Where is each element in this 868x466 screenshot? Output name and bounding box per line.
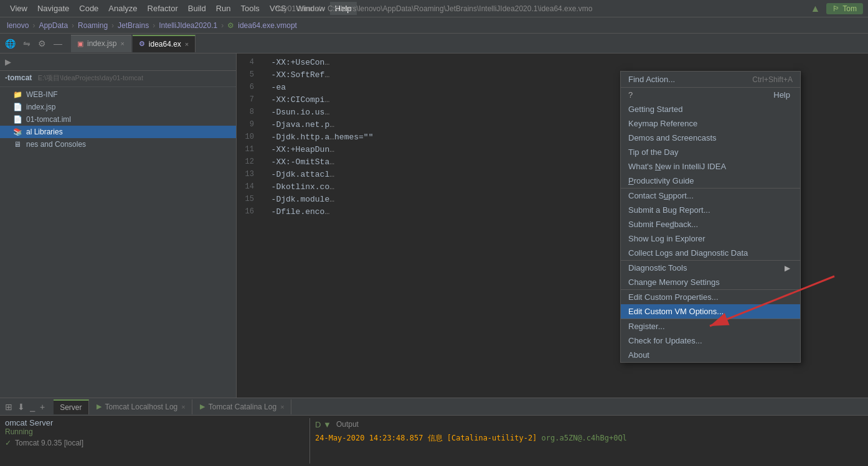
menu-view[interactable]: View — [5, 2, 32, 15]
user-badge[interactable]: 🏳 Tom — [826, 3, 863, 14]
menu-item-getting-started[interactable]: Getting Started — [621, 102, 800, 116]
server-status: Running — [5, 427, 304, 436]
menu-item-vm-options[interactable]: Edit Custom VM Options... — [621, 304, 800, 319]
bug-label: Submit a Bug Report... — [628, 205, 710, 215]
menu-item-whats-new[interactable]: What's New in IntelliJ IDEA — [621, 159, 800, 174]
menu-item-collect[interactable]: Collect Logs and Diagnostic Data — [621, 246, 800, 261]
bottom-icon-add[interactable]: + — [40, 402, 45, 412]
about-label: About — [628, 350, 649, 360]
tab-idea64[interactable]: ⚙ idea64.ex × — [133, 35, 196, 52]
sidebar-icon: ▶ — [5, 57, 11, 67]
sidebar-item-webinf[interactable]: 📁 WEB-INF — [0, 88, 236, 101]
bc-roaming[interactable]: Roaming — [78, 21, 108, 30]
tab-close-index[interactable]: × — [120, 40, 124, 47]
tab-icon-split[interactable]: ⇋ — [21, 37, 33, 50]
menu-code[interactable]: Code — [74, 2, 103, 15]
menu-item-about[interactable]: About — [621, 348, 800, 362]
vm-options-label: Edit Custom VM Options... — [628, 307, 724, 316]
bc-intellij[interactable]: IntelliJIdea2020.1 — [159, 21, 217, 30]
menu-item-tip[interactable]: Tip of the Day — [621, 145, 800, 159]
menu-item-demos[interactable]: Demos and Screencasts — [621, 131, 800, 145]
menu-item-help[interactable]: ? Help — [621, 88, 800, 102]
output-run-icon: D ▼ — [315, 420, 331, 429]
library-icon: 📚 — [12, 128, 22, 136]
folder-icon: 📁 — [12, 90, 22, 99]
menu-item-productivity[interactable]: Productivity Guide — [621, 174, 800, 189]
menu-item-contact[interactable]: Contact Support... — [621, 189, 800, 203]
tab-close-idea[interactable]: × — [185, 40, 189, 48]
whats-new-label: What's New in IntelliJ IDEA — [628, 162, 726, 171]
bottom-tab-catalina-log[interactable]: ▶ Tomcat Catalina Log × — [194, 399, 291, 414]
menu-item-bug[interactable]: Submit a Bug Report... — [621, 203, 800, 217]
menu-item-keymap[interactable]: Keymap Reference — [621, 116, 800, 131]
jsp-file-icon: ▣ — [77, 40, 83, 48]
find-action-shortcut: Ctrl+Shift+A — [752, 75, 793, 84]
log-timestamp: 24-May-2020 14:23:48.857 — [315, 434, 428, 442]
menu-run[interactable]: Run — [211, 2, 236, 15]
tab-icon-globe[interactable]: 🌐 — [2, 37, 18, 50]
log-label: Show Log in Explorer — [628, 234, 705, 243]
diagnostic-arrow: ▶ — [785, 264, 790, 273]
getting-started-label: Getting Started — [628, 105, 682, 114]
bottom-content: omcat Server Running ✓ Tomcat 9.0.35 [lo… — [0, 416, 868, 466]
menu-analyze[interactable]: Analyze — [103, 2, 142, 15]
menu-item-log[interactable]: Show Log in Explorer — [621, 231, 800, 246]
tab-bar: 🌐 ⇋ ⚙ — ▣ index.jsp × ⚙ idea64.ex × — [0, 34, 868, 54]
localhost-log-label: Tomcat Localhost Log — [105, 403, 178, 411]
bc-file[interactable]: idea64.exe.vmopt — [238, 21, 297, 30]
menu-item-custom-props[interactable]: Edit Custom Properties... — [621, 290, 800, 304]
tab-icon-minimize[interactable]: — — [51, 37, 65, 50]
navigate-back-icon[interactable]: ▲ — [808, 2, 823, 16]
menu-find-action[interactable]: Find Action... Ctrl+Shift+A — [621, 72, 800, 88]
tab-close-localhost[interactable]: × — [181, 403, 185, 411]
menubar-right: ▲ 🏳 Tom — [808, 2, 863, 16]
menubar: View Navigate Code Analyze Refactor Buil… — [0, 0, 868, 17]
bottom-tab-localhost-log[interactable]: ▶ Tomcat Localhost Log × — [90, 399, 192, 414]
code-line-4: 4 -XX:+UseCon… — [237, 56, 868, 68]
catalina-log-label: Tomcat Catalina Log — [209, 403, 276, 411]
log-info: 信息 [Catalina-utility-2] — [428, 434, 542, 442]
tab-index-jsp[interactable]: ▣ index.jsp × — [71, 35, 131, 52]
bottom-tab-server[interactable]: Server — [54, 399, 88, 414]
sidebar-item-libraries[interactable]: 📚 al Libraries — [0, 126, 236, 138]
menu-item-feedback[interactable]: Submit Feedback... — [621, 217, 800, 231]
menu-item-updates[interactable]: Check for Updates... — [621, 333, 800, 348]
menu-item-register[interactable]: Register... — [621, 319, 800, 333]
menu-help-label: Help — [773, 90, 790, 100]
cfg-file-icon: ⚙ — [139, 40, 145, 48]
sidebar-header: ▶ — [0, 54, 236, 71]
sidebar-item-consoles[interactable]: 🖥 nes and Consoles — [0, 138, 236, 151]
user-icon: 🏳 — [833, 4, 840, 13]
log-icon-2: ▶ — [200, 403, 205, 411]
output-header: D ▼ Output — [315, 418, 858, 431]
log-icon-1: ▶ — [97, 403, 101, 411]
updates-label: Check for Updates... — [628, 336, 702, 345]
tab-icon-settings[interactable]: ⚙ — [35, 37, 49, 50]
bottom-icon-menu[interactable]: ⊞ — [5, 402, 12, 412]
sidebar-item-indexjsp[interactable]: 📄 index.jsp — [0, 101, 236, 113]
bc-lenovo[interactable]: lenovo — [7, 21, 29, 30]
server-tab-label: Server — [60, 403, 82, 412]
menu-refactor[interactable]: Refactor — [143, 2, 183, 15]
menu-item-memory[interactable]: Change Memory Settings — [621, 275, 800, 290]
user-name: Tom — [842, 4, 857, 13]
bottom-icon-filter[interactable]: ⬇ — [17, 402, 25, 412]
iml-icon: 📄 — [12, 115, 22, 124]
sidebar-item-iml[interactable]: 📄 01-tomcat.iml — [0, 113, 236, 126]
menu-navigate[interactable]: Navigate — [32, 2, 74, 15]
help-menu: Find Action... Ctrl+Shift+A ? Help Getti… — [620, 71, 801, 363]
bc-jetbrains[interactable]: JetBrains — [118, 21, 149, 30]
tomcat-label: Tomcat 9.0.35 [local] — [15, 439, 83, 447]
tab-close-catalina[interactable]: × — [280, 403, 284, 411]
help-icon: ? — [628, 90, 633, 100]
main-layout: ▶ -tomcat E:\项目\IdeaProjects\day01-tomca… — [0, 54, 868, 398]
bottom-icon-pin[interactable]: ⎯ — [30, 402, 35, 412]
menu-item-diagnostic[interactable]: Diagnostic Tools ▶ — [621, 261, 800, 275]
register-label: Register... — [628, 322, 665, 331]
find-action-label: Find Action... — [628, 75, 675, 84]
menu-tools[interactable]: Tools — [236, 2, 265, 15]
feedback-label: Submit Feedback... — [628, 220, 698, 229]
tomcat-status-icon: ✓ — [5, 439, 11, 447]
menu-build[interactable]: Build — [183, 2, 211, 15]
bc-appdata[interactable]: AppData — [39, 21, 68, 30]
